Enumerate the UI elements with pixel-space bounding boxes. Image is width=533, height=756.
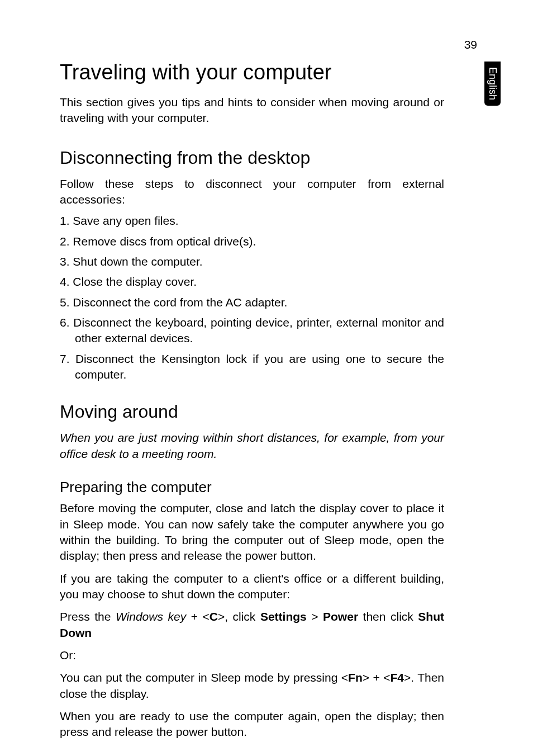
list-item: 3. Shut down the computer.	[60, 254, 444, 270]
page-number: 39	[464, 38, 477, 51]
p3-prefix: Press the	[60, 610, 116, 623]
preparing-p6: When you are ready to use the computer a…	[60, 708, 444, 740]
preparing-p3: Press the Windows key + <C>, click Setti…	[60, 609, 444, 641]
p5-mid: > + <	[363, 671, 391, 684]
list-item: 6. Disconnect the keyboard, pointing dev…	[60, 315, 444, 347]
intro-paragraph: This section gives you tips and hints to…	[60, 94, 444, 126]
p3-mid1: + <	[186, 610, 210, 623]
p3-mid2: >, click	[218, 610, 260, 623]
p5-prefix: You can put the computer in Sleep mode b…	[60, 671, 348, 684]
page-content: Traveling with your computer This sectio…	[60, 60, 444, 747]
preparing-p2: If you are taking the computer to a clie…	[60, 571, 444, 603]
list-item: 2. Remove discs from optical drive(s).	[60, 234, 444, 249]
main-heading: Traveling with your computer	[60, 60, 444, 84]
preparing-p4: Or:	[60, 648, 444, 663]
section1-intro: Follow these steps to disconnect your co…	[60, 176, 444, 208]
list-item: 1. Save any open files.	[60, 213, 444, 229]
list-item: 7. Disconnect the Kensington lock if you…	[60, 351, 444, 383]
windows-key-text: Windows key	[116, 610, 186, 623]
key-c: C	[210, 610, 218, 623]
p3-mid3: then click	[358, 610, 418, 623]
key-fn: Fn	[348, 671, 363, 684]
moving-intro-italic: When you are just moving within short di…	[60, 430, 444, 462]
preparing-p5: You can put the computer in Sleep mode b…	[60, 670, 444, 702]
disconnect-steps-list: 1. Save any open files. 2. Remove discs …	[60, 213, 444, 382]
settings-label: Settings	[260, 610, 307, 623]
power-label: Power	[323, 610, 358, 623]
language-tab: English	[484, 62, 501, 106]
key-f4: F4	[390, 671, 404, 684]
subheading-preparing: Preparing the computer	[60, 479, 444, 496]
p3-gt: >	[307, 610, 323, 623]
list-item: 4. Close the display cover.	[60, 274, 444, 290]
preparing-p1: Before moving the computer, close and la…	[60, 500, 444, 564]
section-heading-disconnecting: Disconnecting from the desktop	[60, 148, 444, 168]
section-heading-moving: Moving around	[60, 401, 444, 422]
list-item: 5. Disconnect the cord from the AC adapt…	[60, 295, 444, 310]
